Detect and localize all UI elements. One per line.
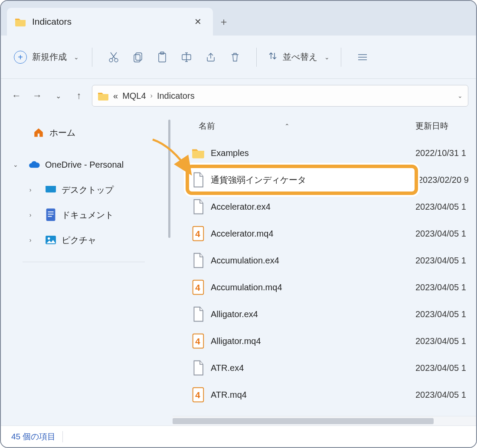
- status-bar: 45 個の項目: [1, 425, 476, 447]
- file-date: 2023/04/05 1: [415, 363, 476, 373]
- view-options-button[interactable]: [353, 47, 372, 67]
- column-headers: 名前 ⌃ 更新日時: [173, 113, 476, 140]
- pictures-icon: [45, 235, 56, 245]
- sort-button[interactable]: 並べ替え ⌄: [268, 51, 330, 63]
- file-row[interactable]: 4Accumulation.mq42023/04/05 1: [173, 274, 476, 301]
- file-icon: [192, 173, 205, 186]
- file-date: 2023/04/05 1: [415, 282, 476, 292]
- file-name: ATR.ex4: [211, 363, 415, 373]
- chevron-right-icon: ›: [150, 92, 153, 100]
- back-button[interactable]: ←: [9, 88, 24, 104]
- sidebar-item-onedrive[interactable]: ⌄ OneDrive - Personal: [7, 153, 160, 176]
- sidebar-label: デスクトップ: [62, 184, 114, 196]
- file-row[interactable]: ATR.ex42023/04/05 1: [173, 354, 476, 381]
- expand-icon[interactable]: ›: [25, 211, 36, 218]
- new-label: 新規作成: [32, 51, 67, 63]
- sort-icon: [268, 51, 278, 63]
- window-tab[interactable]: Indicators ✕: [7, 8, 213, 36]
- toolbar-separator: [341, 48, 341, 67]
- rename-button[interactable]: [176, 47, 196, 67]
- svg-point-1: [114, 58, 118, 62]
- copy-button[interactable]: [128, 47, 148, 67]
- svg-rect-2: [134, 55, 140, 62]
- svg-rect-3: [136, 53, 142, 60]
- expand-icon[interactable]: ⌄: [10, 161, 21, 168]
- document-icon: [45, 210, 56, 220]
- sidebar: ホーム ⌄ OneDrive - Personal › デスクトップ › ドキュ…: [1, 113, 167, 425]
- file-name: Alligator.ex4: [211, 309, 415, 319]
- breadcrumb-seg[interactable]: MQL4: [122, 91, 146, 101]
- file-name: Accelerator.mq4: [211, 229, 415, 239]
- expand-icon[interactable]: ›: [25, 237, 36, 243]
- file-name: Examples: [211, 148, 415, 158]
- item-count: 45 個の項目: [11, 431, 56, 442]
- svg-text:4: 4: [195, 390, 200, 400]
- delete-button[interactable]: [225, 47, 245, 67]
- file-row[interactable]: 4ATR.mq42023/04/05 1: [173, 381, 476, 408]
- file-date: 2023/04/05 1: [415, 256, 476, 266]
- chevron-down-icon: ⌄: [74, 54, 79, 61]
- file-row[interactable]: Accelerator.ex42023/04/05 1: [173, 193, 476, 220]
- sidebar-item-desktop[interactable]: › デスクトップ: [7, 179, 160, 201]
- close-tab-button[interactable]: ✕: [191, 15, 205, 29]
- plus-icon: ＋: [219, 15, 229, 29]
- mq4-file-icon: 4: [192, 227, 205, 240]
- new-button[interactable]: + 新規作成 ⌄: [12, 48, 81, 66]
- file-date: 2023/04/05 1: [415, 229, 476, 239]
- chevron-down-icon[interactable]: ⌄: [457, 92, 463, 99]
- sidebar-divider: [23, 262, 145, 262]
- col-name-header[interactable]: 名前: [199, 120, 215, 132]
- svg-point-17: [48, 237, 50, 240]
- file-row[interactable]: 4Accelerator.mq42023/04/05 1: [173, 220, 476, 247]
- sort-label: 並べ替え: [283, 51, 317, 63]
- sidebar-label: ドキュメント: [62, 209, 114, 221]
- mq4-file-icon: 4: [192, 281, 205, 294]
- svg-text:4: 4: [195, 336, 200, 346]
- sort-ascending-icon[interactable]: ⌃: [284, 123, 290, 130]
- cut-button[interactable]: [104, 47, 124, 67]
- svg-point-0: [109, 58, 113, 62]
- share-button[interactable]: [201, 47, 221, 67]
- file-date: 2023/04/05 1: [415, 309, 476, 319]
- sidebar-label: OneDrive - Personal: [45, 160, 124, 170]
- paste-button[interactable]: [152, 47, 172, 67]
- svg-text:4: 4: [195, 229, 200, 239]
- recent-locations-button[interactable]: ⌄: [50, 88, 66, 104]
- breadcrumb-seg[interactable]: Indicators: [157, 91, 195, 101]
- file-row[interactable]: 通貨強弱インディケータ: [186, 166, 418, 193]
- main-panel: 名前 ⌃ 更新日時 Examples2022/10/31 1通貨強弱インディケー…: [173, 113, 476, 425]
- new-tab-button[interactable]: ＋: [213, 8, 235, 36]
- expand-icon[interactable]: ›: [25, 186, 36, 193]
- file-row[interactable]: Accumulation.ex42023/04/05 1: [173, 247, 476, 274]
- svg-rect-4: [159, 53, 166, 62]
- forward-button[interactable]: →: [29, 88, 45, 104]
- tab-title: Indicators: [32, 16, 185, 27]
- file-date: 2023/04/05 1: [415, 336, 476, 346]
- col-date-header[interactable]: 更新日時: [415, 120, 476, 132]
- file-icon: [192, 361, 205, 374]
- sidebar-item-pictures[interactable]: › ピクチャ: [7, 229, 160, 251]
- folder-icon: [192, 146, 205, 159]
- svg-rect-12: [46, 209, 56, 221]
- horizontal-scrollbar[interactable]: [173, 416, 476, 425]
- folder-icon: [98, 91, 109, 101]
- sidebar-label: ホーム: [49, 127, 75, 139]
- breadcrumb-overflow[interactable]: «: [113, 91, 118, 101]
- file-date: 2022/10/31 1: [415, 148, 476, 158]
- sidebar-item-documents[interactable]: › ドキュメント: [7, 204, 160, 226]
- address-bar[interactable]: « MQL4 › Indicators ⌄: [92, 85, 468, 107]
- file-name: Alligator.mq4: [211, 336, 415, 346]
- up-button[interactable]: ↑: [71, 88, 87, 104]
- splitter[interactable]: [167, 113, 173, 425]
- file-date: 2023/04/05 1: [415, 390, 476, 400]
- sidebar-item-home[interactable]: ホーム: [7, 121, 160, 144]
- body: ホーム ⌄ OneDrive - Personal › デスクトップ › ドキュ…: [1, 113, 476, 425]
- file-row[interactable]: Examples2022/10/31 1: [173, 140, 476, 166]
- svg-text:4: 4: [195, 282, 200, 292]
- file-row[interactable]: Alligator.ex42023/04/05 1: [173, 301, 476, 328]
- file-icon: [192, 254, 205, 267]
- file-date: 2023/02/20 9: [418, 166, 476, 193]
- file-name: 通貨強弱インディケータ: [211, 174, 418, 186]
- file-icon: [192, 200, 205, 213]
- file-row[interactable]: 4Alligator.mq42023/04/05 1: [173, 328, 476, 354]
